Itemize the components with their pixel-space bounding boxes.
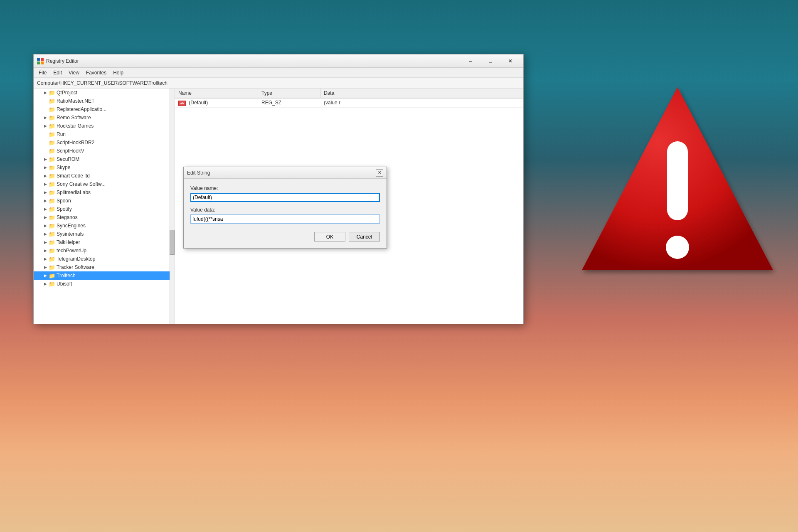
tree-label: RegisteredApplicatio... <box>57 106 106 112</box>
tree-label: SyncEngines <box>57 223 86 229</box>
dialog-buttons: OK Cancel <box>190 232 380 241</box>
tree-item-sysinternals[interactable]: ▶ 📁 Sysinternals <box>34 230 175 238</box>
tree-scrollbar[interactable] <box>170 89 175 324</box>
close-button[interactable]: ✕ <box>501 55 520 67</box>
app-icon <box>37 58 44 64</box>
cancel-button[interactable]: Cancel <box>349 232 380 241</box>
folder-icon: 📁 <box>49 256 55 262</box>
menu-favorites[interactable]: Favorites <box>83 69 110 76</box>
menu-file[interactable]: File <box>35 69 50 76</box>
tree-item-tracker[interactable]: ▶ 📁 Tracker Software <box>34 263 175 271</box>
tree-item-remo[interactable]: ▶ 📁 Remo Software <box>34 113 175 122</box>
tree-item-spotify[interactable]: ▶ 📁 Spotify <box>34 205 175 213</box>
tree-item-skype[interactable]: ▶ 📁 Skype <box>34 163 175 172</box>
tree-item-splitmedialabs[interactable]: ▶ 📁 SplitmediaLabs <box>34 188 175 197</box>
expand-arrow: ▶ <box>42 231 49 237</box>
maximize-button[interactable]: □ <box>481 55 500 67</box>
value-name-label: Value name: <box>190 185 380 191</box>
tree-item-sony[interactable]: ▶ 📁 Sony Creative Softw... <box>34 180 175 188</box>
tree-label: Run <box>57 131 66 137</box>
expand-arrow: ▶ <box>42 189 49 196</box>
expand-arrow: ▶ <box>42 256 49 262</box>
expand-arrow: ▶ <box>42 272 49 279</box>
folder-icon: 📁 <box>49 272 55 279</box>
tree-label: Spoon <box>57 198 71 204</box>
table-row[interactable]: ab (Default) REG_SZ (value r <box>175 99 523 108</box>
registry-window: Registry Editor – □ ✕ File Edit View Fav… <box>33 54 524 324</box>
tree-label: Tracker Software <box>57 264 94 270</box>
tree-label: Trolltech <box>57 273 76 278</box>
tree-item-scripthookv[interactable]: 📁 ScriptHookV <box>34 147 175 155</box>
menu-help[interactable]: Help <box>110 69 127 76</box>
tree-label: ScriptHookRDR2 <box>57 140 94 145</box>
dialog-close-button[interactable]: ✕ <box>376 169 383 177</box>
default-value-name: (Default) <box>189 100 208 106</box>
tree-item-trolltech[interactable]: ▶ 📁 Trolltech <box>34 271 175 280</box>
expand-arrow: ▶ <box>42 123 49 129</box>
address-bar: Computer\HKEY_CURRENT_USER\SOFTWARE\Trol… <box>34 78 523 89</box>
tree-item-smartcode[interactable]: ▶ 📁 Smart Code ltd <box>34 172 175 180</box>
svg-rect-2 <box>37 62 40 64</box>
cell-type: REG_SZ <box>258 99 320 107</box>
tree-label: techPowerUp <box>57 248 86 254</box>
folder-icon: 📁 <box>49 181 55 187</box>
tree-item-run[interactable]: 📁 Run <box>34 130 175 138</box>
minimize-button[interactable]: – <box>461 55 480 67</box>
value-data-label: Value data: <box>190 207 380 213</box>
tree-item-qtproject[interactable]: ▶ 📁 QtProject <box>34 89 175 97</box>
expand-arrow: ▶ <box>42 156 49 163</box>
expand-arrow: ▶ <box>42 264 49 271</box>
col-name-header[interactable]: Name <box>175 89 258 98</box>
folder-icon: 📁 <box>49 123 55 129</box>
folder-icon: 📁 <box>49 164 55 171</box>
folder-icon: 📁 <box>49 156 55 163</box>
menu-view[interactable]: View <box>65 69 83 76</box>
tree-item-rockstar[interactable]: ▶ 📁 Rockstar Games <box>34 122 175 130</box>
cell-data: (value r <box>320 99 523 107</box>
tree-item-syncengines[interactable]: ▶ 📁 SyncEngines <box>34 222 175 230</box>
scrollbar-thumb[interactable] <box>170 230 175 255</box>
tree-item-securom[interactable]: ▶ 📁 SecuROM <box>34 155 175 163</box>
folder-icon: 📁 <box>49 131 55 138</box>
tree-item-talkhelper[interactable]: ▶ 📁 TalkHelper <box>34 238 175 246</box>
tree-item-telegramdesktop[interactable]: ▶ 📁 TelegramDesktop <box>34 255 175 263</box>
address-path: Computer\HKEY_CURRENT_USER\SOFTWARE\Trol… <box>37 80 167 86</box>
tree-label: Remo Software <box>57 115 91 121</box>
folder-icon: 📁 <box>49 139 55 146</box>
tree-label: Sysinternals <box>57 231 84 237</box>
value-name-input[interactable] <box>190 193 380 202</box>
folder-icon: 📁 <box>49 239 55 246</box>
folder-icon: 📁 <box>49 197 55 204</box>
menu-edit[interactable]: Edit <box>50 69 65 76</box>
folder-icon: 📁 <box>49 214 55 221</box>
tree-item-steganos[interactable]: ▶ 📁 Steganos <box>34 213 175 222</box>
dialog-title-bar: Edit String ✕ <box>184 167 387 179</box>
folder-icon: 📁 <box>49 106 55 113</box>
expand-arrow: ▶ <box>42 197 49 204</box>
folder-icon: 📁 <box>49 189 55 196</box>
tree-item-ratiomaster[interactable]: 📁 RatioMaster.NET <box>34 97 175 105</box>
tree-label: Steganos <box>57 214 78 220</box>
folder-icon: 📁 <box>49 264 55 271</box>
cell-name: ab (Default) <box>175 99 258 107</box>
expand-arrow <box>42 106 49 113</box>
tree-label: Spotify <box>57 206 72 212</box>
value-data-input[interactable] <box>190 214 380 224</box>
expand-arrow: ▶ <box>42 181 49 187</box>
tree-item-techpowerup[interactable]: ▶ 📁 techPowerUp <box>34 246 175 255</box>
tree-label: Ubisoft <box>57 281 72 287</box>
tree-label: TelegramDesktop <box>57 256 95 262</box>
col-data-header[interactable]: Data <box>320 89 523 98</box>
expand-arrow: ▶ <box>42 222 49 229</box>
tree-label: ScriptHookV <box>57 148 84 154</box>
col-type-header[interactable]: Type <box>258 89 320 98</box>
ok-button[interactable]: OK <box>314 232 345 241</box>
tree-item-ubisoft[interactable]: ▶ 📁 Ubisoft <box>34 280 175 288</box>
tree-label: Skype <box>57 165 70 170</box>
tree-item-scripthookrdr2[interactable]: 📁 ScriptHookRDR2 <box>34 138 175 147</box>
tree-item-registeredapps[interactable]: 📁 RegisteredApplicatio... <box>34 105 175 113</box>
folder-icon: 📁 <box>49 247 55 254</box>
title-bar-buttons: – □ ✕ <box>461 55 520 67</box>
tree-item-spoon[interactable]: ▶ 📁 Spoon <box>34 197 175 205</box>
expand-arrow: ▶ <box>42 206 49 212</box>
